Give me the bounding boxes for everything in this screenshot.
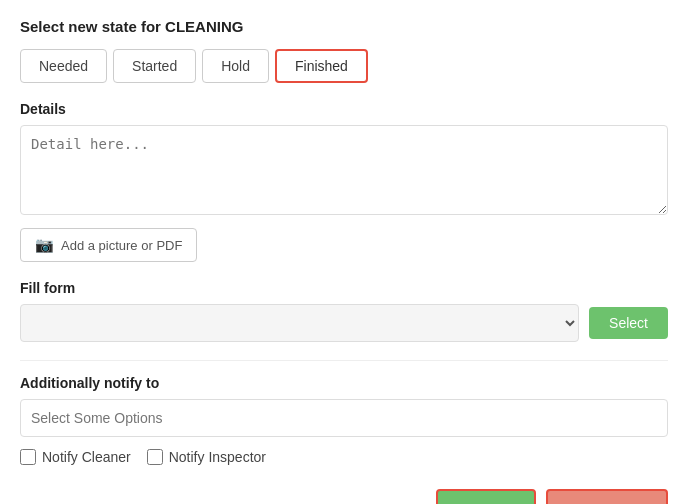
divider <box>20 360 668 361</box>
notify-cleaner-text: Notify Cleaner <box>42 449 131 465</box>
checkboxes-row: Notify Cleaner Notify Inspector <box>20 449 668 465</box>
state-buttons-group: Needed Started Hold Finished <box>20 49 668 83</box>
notify-inspector-checkbox[interactable] <box>147 449 163 465</box>
add-picture-label: Add a picture or PDF <box>61 238 182 253</box>
state-btn-needed[interactable]: Needed <box>20 49 107 83</box>
fill-form-row: Select <box>20 304 668 342</box>
notify-cleaner-label[interactable]: Notify Cleaner <box>20 449 131 465</box>
state-btn-started[interactable]: Started <box>113 49 196 83</box>
fill-form-label: Fill form <box>20 280 668 296</box>
details-label: Details <box>20 101 668 117</box>
fill-form-select[interactable] <box>20 304 579 342</box>
cancel-button[interactable]: CANCEL <box>546 489 669 504</box>
notify-cleaner-checkbox[interactable] <box>20 449 36 465</box>
additionally-label: Additionally notify to <box>20 375 668 391</box>
add-picture-button[interactable]: 📷 Add a picture or PDF <box>20 228 197 262</box>
action-buttons: SAVE CANCEL <box>20 489 668 504</box>
fill-form-select-button[interactable]: Select <box>589 307 668 339</box>
notify-inspector-text: Notify Inspector <box>169 449 266 465</box>
camera-icon: 📷 <box>35 236 54 254</box>
state-btn-finished[interactable]: Finished <box>275 49 368 83</box>
save-button[interactable]: SAVE <box>436 489 536 504</box>
state-btn-hold[interactable]: Hold <box>202 49 269 83</box>
details-textarea[interactable] <box>20 125 668 215</box>
notify-inspector-label[interactable]: Notify Inspector <box>147 449 266 465</box>
notify-select-input[interactable] <box>20 399 668 437</box>
page-title: Select new state for CLEANING <box>20 18 668 35</box>
